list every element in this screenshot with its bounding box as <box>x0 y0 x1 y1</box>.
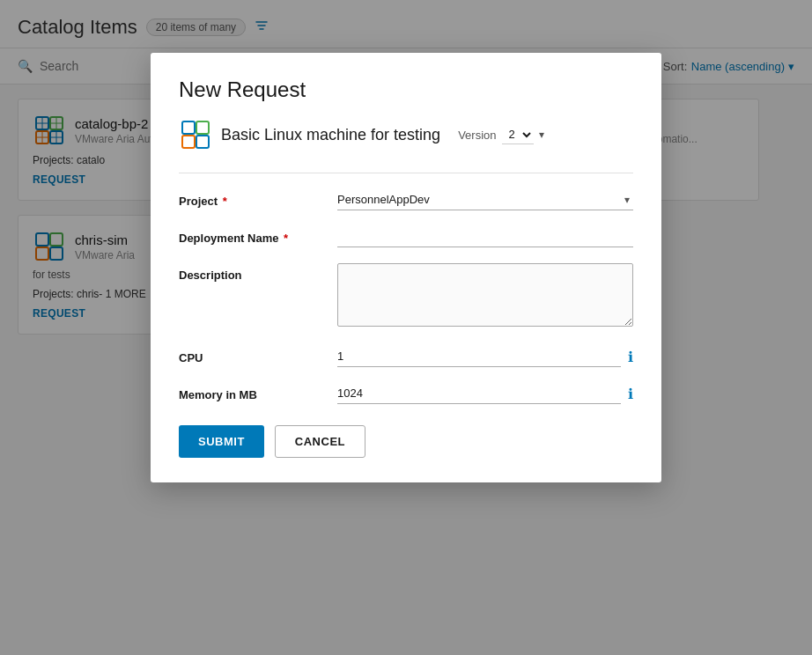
cpu-field: ℹ <box>337 346 633 367</box>
svg-rect-25 <box>196 121 209 134</box>
version-wrap: Version 2 1 ▾ <box>458 125 543 144</box>
cpu-input[interactable] <box>337 346 621 367</box>
modal-service-name: Basic Linux machine for testing <box>221 126 440 144</box>
description-label: Description <box>179 263 320 282</box>
modal-service-icon <box>179 118 212 151</box>
memory-input[interactable] <box>337 383 621 404</box>
form-divider <box>179 173 633 173</box>
project-label: Project * <box>179 189 320 208</box>
info-icon[interactable]: ℹ <box>628 386 633 402</box>
info-icon[interactable]: ℹ <box>628 349 633 365</box>
cpu-row: CPU ℹ <box>179 346 633 367</box>
memory-row: Memory in MB ℹ <box>179 383 633 404</box>
svg-rect-26 <box>182 136 195 148</box>
project-select[interactable]: PersonnelAppDev <box>337 189 633 210</box>
submit-button[interactable]: SUBMIT <box>179 425 264 458</box>
deployment-name-field <box>337 226 633 247</box>
memory-label: Memory in MB <box>179 383 320 401</box>
deployment-name-label: Deployment Name * <box>179 226 320 245</box>
cancel-button[interactable]: CANCEL <box>275 425 365 458</box>
description-field <box>337 263 633 330</box>
project-row: Project * PersonnelAppDev ▾ <box>179 189 633 210</box>
modal-overlay: New Request Basic Linux machine for test… <box>0 0 812 655</box>
project-field: PersonnelAppDev ▾ <box>337 189 633 210</box>
description-row: Description <box>179 263 633 330</box>
modal-actions: SUBMIT CANCEL <box>179 425 633 458</box>
cpu-label: CPU <box>179 346 320 364</box>
modal-title: New Request <box>179 77 633 102</box>
svg-rect-24 <box>182 121 195 134</box>
version-select[interactable]: 2 1 <box>502 125 534 144</box>
memory-field: ℹ <box>337 383 633 404</box>
deployment-name-input[interactable] <box>337 226 633 247</box>
version-label: Version <box>458 129 496 142</box>
svg-rect-27 <box>196 136 209 148</box>
deployment-name-row: Deployment Name * <box>179 226 633 247</box>
modal-service-header: Basic Linux machine for testing Version … <box>179 118 633 151</box>
modal-dialog: New Request Basic Linux machine for test… <box>151 53 661 482</box>
description-input[interactable] <box>337 263 633 327</box>
